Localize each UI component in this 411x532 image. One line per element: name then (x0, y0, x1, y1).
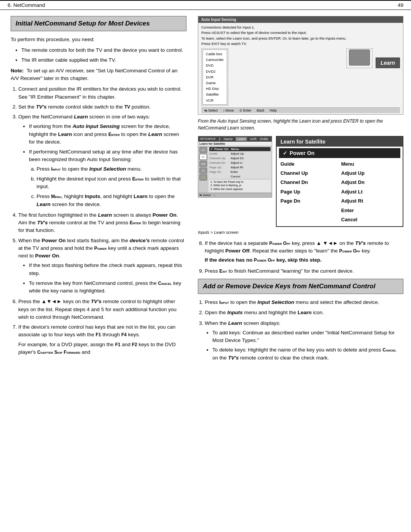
screenshot-navbar: ⇆ Select ↕ Move ⊙ Enter Back Help (201, 107, 400, 113)
func-row-chdn: Channel Dn Adjust Lt (209, 161, 271, 165)
step3a: Press Input to open the Input Selection … (37, 165, 186, 173)
step-7: If the device's remote control has keys … (18, 323, 186, 356)
lock-icon: 🔒 (199, 174, 207, 181)
section1-title: Initial NetCommand Setup for Most Device… (16, 19, 182, 28)
func-row-guide: Guide Adjust Up (209, 152, 271, 156)
device-item: Satellite (206, 91, 224, 97)
grid-item-empty2 (280, 215, 338, 224)
grid-item-adjustlt: Adjust Lt (341, 187, 399, 196)
func-adjust-lt: Adjust Lt (231, 161, 242, 165)
bottom-select: ⇆ Select (199, 193, 211, 197)
list-item: The IR emitter cable supplied with the T… (21, 56, 186, 64)
lss-topbar: MITSUBISHI 2 Name Learn AVR Order (198, 136, 272, 142)
step-6: Press the ▲▼◄► keys on the TV's remote c… (18, 298, 186, 321)
step8-note: If the device has no Power Off key, skip… (205, 256, 403, 264)
tab-learn: Learn (236, 137, 247, 141)
captions-icon: Cap (199, 161, 207, 167)
grid-item-cancel: Cancel (341, 215, 399, 224)
step-1: Connect and position the IR emitters for… (18, 85, 186, 101)
grid-item-channelup: Channel Up (280, 169, 338, 177)
chapter-title: 6. NetCommand (8, 2, 45, 8)
func-row-pgup: Page Up Adjust Rt (209, 165, 271, 170)
step-4: The first function highlighted in the Le… (18, 211, 186, 235)
page-number: 49 (398, 2, 403, 8)
menu-label: Menu (231, 147, 239, 151)
step-2: Set the TV's remote control slide switch… (18, 103, 186, 111)
note-paragraph: Note: To set up an A/V receiver, see "Se… (11, 67, 186, 83)
func-name: Channel Up (209, 156, 229, 161)
note-line: 1. To learn the Power key fo (210, 180, 269, 184)
grid-item-empty (280, 206, 338, 215)
lss-bottom-bar: ⇆ Select ↕ (198, 193, 272, 197)
section2-step-1: Press Input to open the Input Selection … (205, 299, 403, 306)
requirements-list: The remote controls for both the TV and … (21, 46, 186, 64)
section2-step-2: Open the Inputs menu and highlight the L… (205, 309, 403, 316)
learn-satellite-panel: Learn for Satellite ✓ Power On Guide Men… (276, 136, 403, 227)
note-label: Note: (11, 68, 24, 73)
func-adjust-up: Adjust Up (231, 152, 244, 156)
instruction-line: Press EXIT key to watch TV. (201, 41, 400, 46)
func-name: Guide (209, 152, 229, 156)
section2-step3-bullets: To add keys: Continue as described earli… (212, 329, 403, 362)
step-9: Press Exit to finish NetCommand "learnin… (205, 267, 403, 275)
mitsubishi-logo: MITSUBISHI (200, 137, 215, 140)
grid-item-adjustup: Adjust Up (341, 169, 399, 177)
lss-content: ✓ Power On Menu Guide Adjust Up Channel … (208, 146, 272, 193)
tab-order: Order (260, 137, 268, 141)
nav-select: ⇆ Select (204, 109, 218, 112)
device-item: DVR (206, 74, 224, 80)
left-column: Initial NetCommand Setup for Most Device… (0, 10, 194, 371)
delete-keys-bullet: To delete keys: Highlight the name of th… (212, 346, 403, 362)
step3-sub-list: Press Input to open the Input Selection … (37, 165, 186, 208)
device-item: DVD (206, 62, 224, 68)
instruction-line: Connections detected for Input-1. (201, 25, 400, 30)
func-adjust-rt: Adjust Rt (231, 165, 243, 170)
device-item: VCR (206, 97, 224, 103)
step3c: Press Menu, highlight Inputs, and highli… (37, 193, 186, 208)
screenshot-body: Connections detected for Input-1. Press … (198, 23, 403, 114)
device-item: HD Disc (206, 86, 224, 91)
power-on-highlighted: ✓ Power On (279, 148, 400, 158)
intro-text: To perform this procedure, you need: (11, 36, 186, 43)
cc-icon: CC (199, 154, 207, 160)
step3-bullets: If working from the Auto Input Sensing s… (29, 123, 186, 208)
checkmark-icon: ✓ (283, 150, 287, 156)
screenshot-instructions: Connections detected for Input-1. Press … (201, 25, 400, 46)
step-3: Open the NetCommand Learn screen in one … (18, 113, 186, 208)
av-icon: AV (199, 147, 207, 153)
instruction-line: To learn, select the Learn icon, and pre… (201, 36, 400, 41)
nav-help: Help (270, 109, 277, 112)
func-enter: Enter (231, 170, 238, 174)
learn-area: Learn (231, 48, 400, 68)
section2-title: Add or Remove Device Keys from NetComman… (203, 282, 398, 291)
device-item: Cable box (206, 51, 224, 57)
step-8: If the device has a separate Power Off k… (205, 240, 403, 264)
step7-para: For example, for a DVD player, assign th… (18, 341, 186, 356)
step5-bullet1: If the text stops flashing before the ch… (29, 262, 186, 277)
func-name: Page Dn (209, 170, 229, 174)
tab-avr: AVR (250, 137, 257, 141)
func-adjust-dn: Adjust Dn (231, 156, 244, 161)
learn-for-satellite-label: Learn for Satellite (198, 142, 272, 146)
nav-move: ↕ Move (223, 109, 234, 112)
lss-notes: 1. To learn the Power key fo 2. While te… (209, 179, 271, 192)
learn-screen-composite: MITSUBISHI 2 Name Learn AVR Order Learn … (198, 136, 403, 227)
func-name: Channel Dn (209, 161, 229, 165)
lss-left-icons: AV CC Cap In 🔒 (198, 146, 208, 193)
tab-number: 2 (218, 137, 220, 141)
grid-item-guide: Guide (280, 160, 338, 168)
learn-icon-image (349, 50, 370, 66)
step5-bullet2: To remove the key from NetCommand contro… (29, 280, 186, 295)
step5-bullets: If the text stops flashing before the ch… (29, 262, 186, 295)
caption1: From the Auto Input Sensing screen, high… (198, 118, 403, 131)
page-header: 6. NetCommand 49 (0, 0, 411, 10)
step3b: Highlight the desired input icon and pre… (37, 175, 186, 191)
screenshot-content: Cable box Camcorder DVD DVD2 DVR Game HD… (201, 48, 400, 106)
step3-bullet1: If working from the Auto Input Sensing s… (29, 123, 186, 146)
section2-step-3: When the Learn screen displays: To add k… (205, 320, 403, 362)
learn-label-area: Learn (376, 58, 400, 68)
grid-item-pagedn: Page Dn (280, 197, 338, 205)
nav-enter: ⊙ Enter (239, 109, 252, 112)
add-keys-bullet: To add keys: Continue as described earli… (212, 329, 403, 345)
device-item: Camcorder (206, 57, 224, 62)
